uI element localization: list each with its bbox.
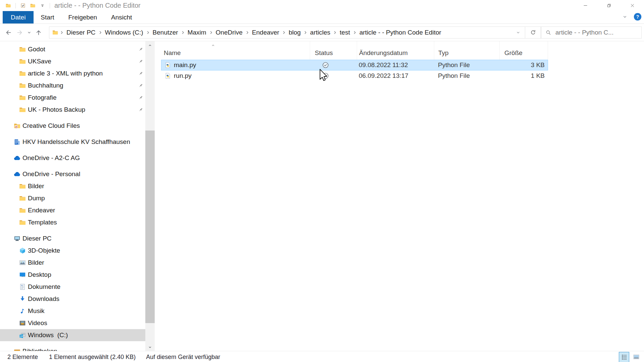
sidebar-item-onedrive-a2-c-ag[interactable]: OneDrive - A2-C AG [0, 152, 145, 164]
column-header-name[interactable]: Name [161, 41, 310, 60]
search-input[interactable]: article - - Python C... [555, 29, 613, 36]
qat-customize-dropdown-icon[interactable] [40, 3, 45, 8]
tab-freigeben[interactable]: Freigeben [61, 11, 104, 23]
back-button[interactable] [3, 27, 14, 38]
sidebar-item-label: OneDrive - A2-C AG [22, 154, 80, 162]
forward-button[interactable] [14, 27, 26, 38]
tab-start[interactable]: Start [34, 11, 61, 23]
sidebar-item-endeaver[interactable]: Endeaver [0, 204, 145, 216]
sidebar-item-bilder[interactable]: Bilder [0, 257, 145, 269]
sidebar-item-creative-cloud-files[interactable]: @Creative Cloud Files [0, 120, 145, 132]
column-header-typ[interactable]: Typ [434, 41, 499, 60]
breadcrumb-chevron-icon[interactable] [332, 30, 338, 35]
breadcrumb-chevron-icon[interactable] [244, 30, 251, 35]
main-area: GodotUKSavearticle 3 - XML with pythonBu… [0, 41, 644, 351]
thumbnail-view-button[interactable] [631, 352, 641, 362]
sidebar-item-dump[interactable]: Dump [0, 192, 145, 204]
breadcrumb-chevron-icon[interactable] [281, 30, 287, 35]
folder-icon [19, 106, 26, 113]
sidebar-item-uk-photos-backup[interactable]: UK - Photos Backup [0, 104, 145, 116]
address-bar[interactable]: Dieser PCWindows (C:)BenutzerMaximOneDri… [49, 27, 525, 39]
sidebar-item-dokumente[interactable]: Dokumente [0, 281, 145, 293]
sidebar-item-label: Windows (C:) [28, 331, 68, 339]
refresh-icon[interactable] [525, 27, 541, 39]
sidebar-item-windows-c[interactable]: Windows (C:) [0, 329, 145, 341]
file-row-main-py[interactable]: main.py09.08.2022 11:32Python File3 KB [161, 60, 548, 70]
breadcrumb-item-windows-c[interactable]: Windows (C:) [104, 29, 145, 36]
sidebar-item-bilder[interactable]: Bilder [0, 180, 145, 192]
search-icon [545, 30, 551, 36]
search-box[interactable]: article - - Python C... [541, 27, 642, 39]
breadcrumb-item-articles[interactable]: articles [309, 29, 332, 36]
close-button[interactable] [621, 0, 644, 11]
qat-checkmark-icon[interactable] [20, 3, 26, 8]
breadcrumb-item-endeaver[interactable]: Endeaver [251, 29, 281, 36]
qat-folder-icon[interactable] [30, 3, 36, 8]
breadcrumb-chevron-icon[interactable] [145, 30, 151, 35]
ribbon-expand-icon[interactable] [622, 14, 628, 21]
up-button[interactable] [33, 27, 44, 38]
pin-icon [138, 59, 143, 64]
breadcrumb-item-benutzer[interactable]: Benutzer [151, 29, 180, 36]
sidebar-item-onedrive-personal[interactable]: OneDrive - Personal [0, 168, 145, 180]
file-size: 1 KB [499, 70, 548, 81]
status-selection: 1 Element ausgewählt (2.40 KB) [49, 354, 136, 361]
breadcrumb-item-blog[interactable]: blog [287, 29, 302, 36]
file-row-run-py[interactable]: run.py06.09.2022 13:17Python File1 KB [161, 70, 548, 81]
sidebar-item-bibliotheken[interactable]: Bibliotheken [0, 345, 145, 351]
sidebar-item-label: Dieser PC [22, 235, 52, 242]
window-controls [574, 0, 644, 11]
window-title: article - - Python Code Editor [54, 2, 141, 9]
sidebar-item-downloads[interactable]: Downloads [0, 293, 145, 305]
sidebar-item-3d-objekte[interactable]: 3D-Objekte [0, 245, 145, 257]
column-header-nderungsdatum[interactable]: Änderungsdatum [357, 41, 434, 60]
help-icon[interactable]: ? [633, 12, 642, 22]
sidebar-item-label: Creative Cloud Files [22, 122, 80, 130]
sidebar-item-templates[interactable]: Templates [0, 216, 145, 228]
sidebar-item-article-3-xml-with-python[interactable]: article 3 - XML with python [0, 67, 145, 80]
downloads-icon [19, 295, 26, 303]
restore-button[interactable] [597, 0, 621, 11]
breadcrumb-item-onedrive[interactable]: OneDrive [214, 29, 244, 36]
sidebar-item-dieser-pc[interactable]: Dieser PC [0, 232, 145, 245]
breadcrumb-chevron-icon[interactable] [351, 30, 358, 35]
sidebar-item-label: Dump [28, 195, 45, 202]
sidebar-item-fotografie[interactable]: Fotografie [0, 92, 145, 104]
breadcrumb-chevron-icon[interactable] [180, 30, 186, 35]
sidebar-item-musik[interactable]: Musik [0, 305, 145, 317]
breadcrumb-chevron-icon[interactable] [97, 30, 104, 35]
address-dropdown-icon[interactable] [511, 30, 525, 35]
sidebar-item-buchhaltung[interactable]: Buchhaltung [0, 80, 145, 92]
tab-datei[interactable]: Datei [3, 11, 34, 23]
sidebar-item-videos[interactable]: Videos [0, 317, 145, 329]
details-view-button[interactable] [619, 352, 629, 362]
title-bar: article - - Python Code Editor [0, 0, 644, 11]
music-icon [19, 307, 26, 315]
sidebar-item-uksave[interactable]: UKSave [0, 55, 145, 67]
breadcrumb-chevron-icon[interactable] [302, 30, 309, 35]
sidebar-item-hkv-handelsschule-kv-schaffhausen[interactable]: HKV Handelsschule KV Schaffhausen [0, 136, 145, 148]
folder-icon [19, 82, 26, 89]
file-status-cell [310, 70, 357, 81]
breadcrumb-chevron-icon[interactable] [58, 30, 65, 35]
breadcrumb-item-maxim[interactable]: Maxim [186, 29, 208, 36]
recent-locations-dropdown-icon[interactable] [26, 27, 33, 38]
folder-icon [19, 46, 26, 53]
breadcrumb-item-dieser-pc[interactable]: Dieser PC [65, 29, 97, 36]
minimize-button[interactable] [574, 0, 597, 11]
column-header-gr-e[interactable]: Größe [499, 41, 548, 60]
scrollbar-thumb[interactable] [145, 131, 155, 323]
python-file-icon [164, 72, 171, 79]
breadcrumb-chevron-icon[interactable] [208, 30, 214, 35]
scroll-down-icon[interactable] [145, 344, 155, 350]
scroll-up-icon[interactable] [145, 42, 155, 48]
sidebar-item-godot[interactable]: Godot [0, 43, 145, 55]
breadcrumb-item-test[interactable]: test [338, 29, 351, 36]
ribbon-tabs: Datei Start Freigeben Ansicht ? [0, 11, 644, 24]
sort-ascending-icon[interactable] [211, 43, 215, 48]
breadcrumb-item-article-python-code-editor[interactable]: article - - Python Code Editor [358, 29, 443, 36]
sidebar-item-desktop[interactable]: Desktop [0, 269, 145, 281]
sidebar-scrollbar[interactable] [145, 41, 155, 351]
tab-ansicht[interactable]: Ansicht [104, 11, 139, 23]
column-header-status[interactable]: Status [310, 41, 357, 60]
